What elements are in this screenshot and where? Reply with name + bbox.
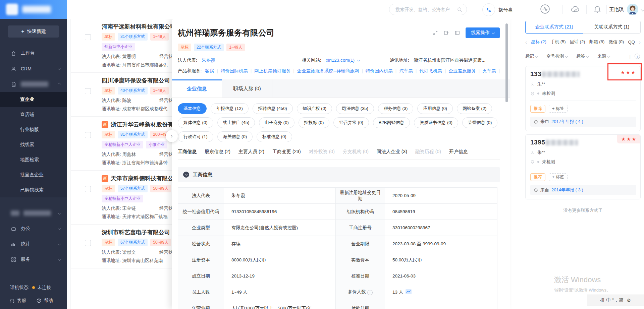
pill-税务信息 (3)[interactable]: 税务信息 (3) xyxy=(378,103,414,114)
pill-基本信息[interactable]: 基本信息 xyxy=(178,103,207,114)
filter-星标 (2)[interactable]: 星标 (2) xyxy=(531,39,546,45)
sidebar-item-workbench[interactable]: 工作台 xyxy=(0,46,67,61)
subtab-工商变更 (23)[interactable]: 工商变更 (23) xyxy=(272,149,301,155)
global-search[interactable] xyxy=(389,4,467,15)
legal-rep-link[interactable]: 朱冬霞 xyxy=(202,58,216,63)
filter-邮箱 (8)[interactable]: 邮箱 (8) xyxy=(589,39,605,45)
bell-icon[interactable] xyxy=(593,5,602,14)
dropdown-空号检测[interactable]: 空号检测 xyxy=(546,53,568,59)
quick-create-button[interactable]: + 快速新建 xyxy=(8,25,59,38)
pill-媒体信息 (0)[interactable]: 媒体信息 (0) xyxy=(178,117,213,128)
product-link[interactable]: 代订飞机票 xyxy=(419,68,442,73)
dialpad-button[interactable]: 拨号盘 xyxy=(482,3,513,16)
sidebar-subitem-查店铺[interactable]: 查店铺 xyxy=(0,107,67,122)
user-menu[interactable]: 王艳琪 xyxy=(609,0,644,19)
trend-chart-icon[interactable] xyxy=(406,289,412,294)
dropdown-标记[interactable]: 标记 xyxy=(525,53,538,59)
sidebar-item-statistics[interactable]: 统计 xyxy=(0,236,67,252)
pill-荣誉信息 (0)[interactable]: 荣誉信息 (0) xyxy=(462,117,498,128)
cloud-sync-icon[interactable] xyxy=(570,5,580,14)
lead-actions-button[interactable]: 线索操作 xyxy=(466,27,500,38)
row-checkbox[interactable] xyxy=(85,240,91,246)
subtab-同法人企业 (3)[interactable]: 同法人企业 (3) xyxy=(377,149,407,155)
contact-card[interactable]: 1395★★★朱**未检测推荐+ 标签来自2014年年报 ( 3 ) xyxy=(525,134,641,199)
ime-toolbar[interactable]: 拼 中 °，简 ⚙ xyxy=(587,295,644,306)
subtab-融资历程 (0)[interactable]: 融资历程 (0) xyxy=(415,149,441,155)
source-link[interactable]: 2017年年报 ( 4 ) xyxy=(551,119,583,125)
drawer-collapse-button[interactable]: › xyxy=(166,130,178,142)
scrollbar-thumb[interactable] xyxy=(505,23,508,102)
row-checkbox[interactable] xyxy=(85,88,91,94)
customer-service-button[interactable]: 客服 xyxy=(9,298,26,304)
filter-固话 (2)[interactable]: 固话 (2) xyxy=(570,39,585,45)
product-link[interactable]: 火车票 xyxy=(482,68,496,73)
product-link[interactable]: 特价国际机票 xyxy=(221,68,248,73)
filter-微信 (0)[interactable]: 微信 (0) xyxy=(609,39,624,45)
info-icon[interactable]: i xyxy=(367,290,373,295)
pill-知识产权 (0)[interactable]: 知识产权 (0) xyxy=(297,103,332,114)
pill-年报信息 (12)[interactable]: 年报信息 (12) xyxy=(211,103,249,114)
sidebar-item-crm[interactable]: CRM xyxy=(0,61,67,76)
subtab-分支机构 (0)[interactable]: 分支机构 (0) xyxy=(343,149,369,155)
star-rating[interactable]: ★★★ xyxy=(617,135,640,143)
chevron-down-icon[interactable] xyxy=(357,59,360,61)
pill-线上推广 (45)[interactable]: 线上推广 (45) xyxy=(217,117,255,128)
pill-招聘信息 (450)[interactable]: 招聘信息 (450) xyxy=(253,103,293,114)
website-link[interactable]: xiri123.com(1) xyxy=(326,58,355,63)
sidebar-item-blurred[interactable] xyxy=(0,205,67,221)
product-link[interactable]: 网上机票预订服务 xyxy=(254,68,290,73)
collapse-section-icon[interactable] xyxy=(183,172,189,178)
star-rating[interactable]: ★★★ xyxy=(621,70,636,75)
open-window-icon[interactable] xyxy=(443,30,449,36)
dropdown-标签[interactable]: 标签 xyxy=(576,53,589,59)
filter-手机 (5)[interactable]: 手机 (5) xyxy=(550,39,566,45)
search-input[interactable] xyxy=(395,7,457,12)
tab-workplace-network[interactable]: 职场人脉 (0) xyxy=(222,79,272,98)
pill-应用信息 (0)[interactable]: 应用信息 (0) xyxy=(417,103,453,114)
tab-company-info[interactable]: 企业信息 xyxy=(172,79,222,98)
subtab-开户信息[interactable]: 开户信息 xyxy=(449,149,468,155)
activity-pulse-icon[interactable] xyxy=(539,3,551,15)
help-button[interactable]: 帮助 xyxy=(36,298,53,304)
subtab-工商信息[interactable]: 工商信息 xyxy=(178,149,197,155)
pill-海关信息 (0)[interactable]: 海关信息 (0) xyxy=(217,131,253,142)
prev-arrow-icon[interactable]: ‹ xyxy=(525,39,527,45)
next-arrow-icon[interactable]: › xyxy=(639,39,641,45)
pill-电子商务 (0)[interactable]: 电子商务 (0) xyxy=(259,117,294,128)
sidebar-subitem-找线索[interactable]: 找线索 xyxy=(0,137,67,152)
phone-icon[interactable] xyxy=(482,3,495,16)
dropdown-来源[interactable]: 来源 xyxy=(597,53,610,59)
pill-B2B网站信息[interactable]: B2B网站信息 xyxy=(373,117,410,128)
subtab-对外投资 (0)[interactable]: 对外投资 (0) xyxy=(309,149,335,155)
sidebar-item-office[interactable]: 办公 xyxy=(0,221,67,236)
pill-行政许可 (1)[interactable]: 行政许可 (1) xyxy=(178,131,213,142)
row-checkbox[interactable] xyxy=(85,132,91,138)
add-tag-button[interactable]: + 标签 xyxy=(549,173,568,181)
sidebar-item-services[interactable]: 服务 xyxy=(0,252,67,267)
expand-icon[interactable] xyxy=(433,30,438,36)
product-link[interactable]: 特价国内机票 xyxy=(366,68,393,73)
row-checkbox[interactable] xyxy=(85,186,91,192)
section-header[interactable]: 工商信息 xyxy=(178,167,500,182)
product-link[interactable]: 企业差旅服务 xyxy=(448,68,476,73)
tab-company-contacts[interactable]: 企业联系方式 (21) xyxy=(525,21,583,34)
filter-QQ[interactable]: QQ xyxy=(628,40,635,45)
sidebar-subitem-批量查企业[interactable]: 批量查企业 xyxy=(0,167,67,182)
avatar[interactable] xyxy=(627,4,638,15)
pill-司法信息 (35)[interactable]: 司法信息 (35) xyxy=(336,103,374,114)
row-checkbox[interactable] xyxy=(85,34,91,40)
contact-card[interactable]: 133★★★朱**未检测推荐+ 标签来自2017年年报 ( 4 ) xyxy=(525,66,641,131)
sidebar-subitem-已解锁线索[interactable]: 已解锁线索 xyxy=(0,182,67,197)
search-icon[interactable] xyxy=(457,7,463,12)
pill-资质证书信息 (0)[interactable]: 资质证书信息 (0) xyxy=(414,117,458,128)
pill-招投标 (0)[interactable]: 招投标 (0) xyxy=(299,117,330,128)
source-link[interactable]: 2014年年报 ( 3 ) xyxy=(551,187,583,193)
add-tag-button[interactable]: + 标签 xyxy=(549,105,568,113)
product-link[interactable]: 企业差旅服务系统--祥瑞商旅网 xyxy=(297,68,359,73)
pill-网站备案 (2)[interactable]: 网站备案 (2) xyxy=(457,103,492,114)
sidebar-group-search-blurred[interactable] xyxy=(0,76,67,92)
subtab-股东信息 (2)[interactable]: 股东信息 (2) xyxy=(205,149,230,155)
sidebar-subitem-行业模版[interactable]: 行业模版 xyxy=(0,122,67,137)
sidebar-subitem-查企业[interactable]: 查企业 xyxy=(0,92,67,107)
product-link[interactable]: 客房 xyxy=(205,68,214,73)
